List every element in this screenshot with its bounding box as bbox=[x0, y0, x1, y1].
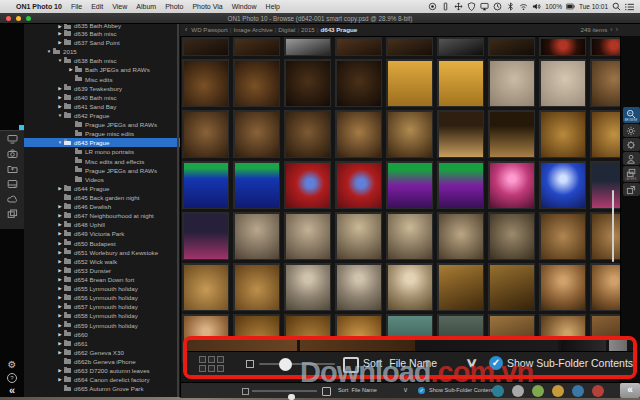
photo-thumbnail[interactable] bbox=[283, 58, 332, 108]
photo-thumbnail[interactable] bbox=[538, 58, 587, 108]
photo-thumbnail[interactable] bbox=[487, 211, 536, 261]
help-icon[interactable]: ? bbox=[7, 373, 17, 383]
wifi-icon[interactable] bbox=[519, 2, 528, 11]
photo-thumbnail[interactable] bbox=[283, 160, 332, 210]
folder-tree-item-d638-bath-misc[interactable]: ▼d638 Bath misc bbox=[24, 56, 180, 65]
color-label-dot-6[interactable] bbox=[592, 385, 604, 397]
callout-slider-handle[interactable] bbox=[279, 358, 292, 371]
folder-tree-item-d636-bath-misc[interactable]: ▶d636 Bath misc bbox=[24, 29, 180, 38]
folder-tree-item-d662b-geneva-iphone[interactable]: d662b Geneva iPhone bbox=[24, 357, 180, 366]
menu-item-file[interactable]: File bbox=[71, 3, 82, 10]
photo-thumbnail[interactable] bbox=[487, 58, 536, 108]
folder-tree-item-d658-lynmouth-holiday[interactable]: ▶d658 Lynmouth holiday bbox=[24, 311, 180, 320]
folder-tree-scrollbar[interactable] bbox=[177, 23, 179, 397]
disclosure-triangle-icon[interactable]: ▶ bbox=[57, 86, 63, 91]
folder-tree-item-prague-jpegs-and-raws[interactable]: Prague JPEGs and RAWs bbox=[24, 166, 180, 175]
module-layers-button[interactable]: LAYERS bbox=[623, 166, 640, 182]
photo-thumbnail[interactable] bbox=[283, 109, 332, 159]
color-label-dot-3[interactable] bbox=[532, 385, 544, 397]
folder-tree-item-d641-sand-bay[interactable]: ▶d641 Sand Bay bbox=[24, 102, 180, 111]
folder-tree-item-d657-lynmouth-holiday[interactable]: ▶d657 Lynmouth holiday bbox=[24, 302, 180, 311]
breadcrumb-segment-2015[interactable]: 2015 bbox=[301, 26, 315, 33]
photo-thumbnail[interactable] bbox=[538, 36, 587, 57]
folder-tree-item-misc-edits-and-effects[interactable]: Misc edits and effects bbox=[24, 157, 180, 166]
disclosure-triangle-icon[interactable]: ▶ bbox=[57, 24, 63, 29]
photo-thumbnail[interactable] bbox=[181, 109, 230, 159]
disclosure-triangle-icon[interactable]: ▼ bbox=[57, 140, 63, 145]
photo-thumbnail[interactable] bbox=[232, 262, 281, 312]
photo-thumbnail[interactable] bbox=[436, 262, 485, 312]
photo-thumbnail[interactable] bbox=[538, 211, 587, 261]
camera-lens-icon[interactable] bbox=[428, 2, 437, 11]
disclosure-triangle-icon[interactable]: ▶ bbox=[57, 350, 63, 355]
disclosure-triangle-icon[interactable]: ▶ bbox=[57, 231, 63, 236]
disclosure-triangle-icon[interactable]: ▶ bbox=[57, 313, 63, 318]
folder-tree-item-d652-wick-walk[interactable]: ▶d652 Wick walk bbox=[24, 257, 180, 266]
drive-icon[interactable] bbox=[0, 176, 24, 191]
module-effects-button[interactable] bbox=[623, 138, 640, 151]
disclosure-triangle-icon[interactable]: ▶ bbox=[57, 304, 63, 309]
folder-tree-item-d642-prague[interactable]: ▼d642 Prague bbox=[24, 111, 180, 120]
folder-tree-item-d646-dewlish[interactable]: ▶d646 Dewlish bbox=[24, 202, 180, 211]
photo-thumbnail[interactable] bbox=[385, 109, 434, 159]
disclosure-triangle-icon[interactable]: ▶ bbox=[57, 368, 63, 373]
photo-thumbnail[interactable] bbox=[385, 58, 434, 108]
photo-thumbnail[interactable] bbox=[181, 262, 230, 312]
folder-tree-item-misc-edits[interactable]: Misc edits bbox=[24, 75, 180, 84]
disclosure-triangle-icon[interactable]: ▶ bbox=[57, 40, 63, 45]
albums-icon[interactable] bbox=[0, 161, 24, 176]
airplay-display-icon[interactable] bbox=[480, 2, 489, 11]
thumbnail-size-slider[interactable] bbox=[252, 390, 317, 392]
photo-thumbnail[interactable] bbox=[181, 211, 230, 261]
disclosure-triangle-icon[interactable]: ▶ bbox=[57, 377, 63, 382]
folder-tree-item-d655-lynmouth-holiday[interactable]: ▶d655 Lynmouth holiday bbox=[24, 284, 180, 293]
folder-tree-item-d644-prague[interactable]: ▶d644 Prague bbox=[24, 184, 180, 193]
menu-item-help[interactable]: Help bbox=[266, 3, 280, 10]
color-label-dot-5[interactable] bbox=[572, 385, 584, 397]
disclosure-triangle-icon[interactable]: ▶ bbox=[57, 277, 63, 282]
folder-tree-item-videos[interactable]: Videos bbox=[24, 175, 180, 184]
folder-tree-item-d664-canon-derelict-factory[interactable]: ▶d664 Canon derelict factory bbox=[24, 375, 180, 384]
preferences-gear-icon[interactable]: ⚙ bbox=[8, 360, 17, 370]
folder-tree-item-prague-jpegs-and-raws[interactable]: Prague JPEGs and RAWs bbox=[24, 120, 180, 129]
module-enhance-button[interactable] bbox=[623, 124, 640, 137]
photo-thumbnail[interactable] bbox=[538, 262, 587, 312]
photo-thumbnail[interactable] bbox=[385, 160, 434, 210]
disclosure-triangle-icon[interactable]: ▼ bbox=[46, 49, 52, 54]
photo-thumbnail[interactable] bbox=[181, 36, 230, 57]
folder-tree-item-d645-back-garden-night[interactable]: d645 Back garden night bbox=[24, 193, 180, 202]
photo-thumbnail[interactable] bbox=[487, 160, 536, 210]
module-browse-button[interactable]: BROWSE bbox=[623, 107, 640, 123]
bluetooth-icon[interactable] bbox=[506, 2, 515, 11]
camera-icon[interactable] bbox=[0, 146, 24, 161]
disclosure-triangle-icon[interactable]: ▶ bbox=[57, 213, 63, 218]
disclosure-triangle-icon[interactable]: ▶ bbox=[57, 286, 63, 291]
folder-tree-item-d648-uphill[interactable]: ▶d648 Uphill bbox=[24, 220, 180, 229]
photo-thumbnail[interactable] bbox=[487, 262, 536, 312]
menu-item-photo-via[interactable]: Photo Via bbox=[192, 3, 222, 10]
menu-item-edit[interactable]: Edit bbox=[91, 3, 103, 10]
display-icon[interactable] bbox=[0, 131, 24, 146]
photo-thumbnail[interactable] bbox=[181, 160, 230, 210]
photo-thumbnail[interactable] bbox=[232, 211, 281, 261]
disclosure-triangle-icon[interactable]: ▶ bbox=[57, 222, 63, 227]
photo-thumbnail[interactable] bbox=[181, 58, 230, 108]
folder-tree-item-d647-neighbourhood-at-night[interactable]: ▶d647 Neighbourhood at night bbox=[24, 211, 180, 220]
collapse-filmstrip-button[interactable]: « bbox=[620, 383, 640, 398]
menu-item-photo[interactable]: Photo bbox=[165, 3, 183, 10]
folder-tree-item-d637-sand-point[interactable]: ▶d637 Sand Point bbox=[24, 38, 180, 47]
photo-thumbnail[interactable] bbox=[232, 36, 281, 57]
disclosure-triangle-icon[interactable]: ▶ bbox=[57, 341, 63, 346]
collapse-left-panel-icon[interactable]: « bbox=[9, 386, 15, 395]
shield-icon[interactable] bbox=[467, 2, 476, 11]
folder-tree-item-d659-lynmouth-holiday[interactable]: ▶d659 Lynmouth holiday bbox=[24, 321, 180, 330]
photo-thumbnail[interactable] bbox=[232, 160, 281, 210]
folder-tree-item-d651-worlebury-and-kewstoke[interactable]: ▶d651 Worlebury and Kewstoke bbox=[24, 248, 180, 257]
menu-item-view[interactable]: View bbox=[112, 3, 127, 10]
menu-item-window[interactable]: Window bbox=[232, 3, 257, 10]
photo-thumbnail[interactable] bbox=[232, 109, 281, 159]
move-icon[interactable] bbox=[454, 2, 463, 11]
page-next-icon[interactable]: › bbox=[616, 26, 618, 33]
folder-tree-item-d653-dunster[interactable]: ▶d653 Dunster bbox=[24, 266, 180, 275]
photo-thumbnail[interactable] bbox=[385, 262, 434, 312]
